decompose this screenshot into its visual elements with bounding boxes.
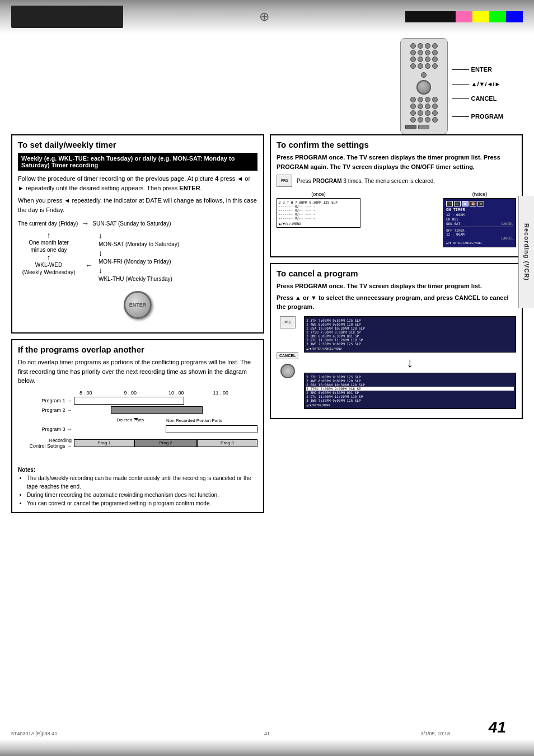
- deleted-parts-label: Deleted Parts: [117, 417, 144, 422]
- confirm-settings-box: To confirm the settings Press PROGRAM on…: [270, 134, 523, 257]
- mon-sat-label: MON-SAT (Monday to Saturday): [99, 241, 179, 247]
- program3-bar: Non Recorded Portion Parts: [74, 425, 257, 433]
- color-black2: [422, 11, 439, 22]
- overlap-section-box: If the programs overlap another Do not o…: [11, 339, 264, 513]
- prog3-bar-fill: Non Recorded Portion Parts: [166, 425, 257, 433]
- enter-button-icon: ENTER: [124, 291, 152, 319]
- non-recorded-label: Non Recorded Portion Parts: [166, 418, 222, 423]
- set-daily-weekly-text2: When you press ◄ repeatedly, the indicat…: [18, 196, 257, 214]
- cancel-label-row: CANCEL: [452, 95, 503, 102]
- remote-btn: [418, 104, 423, 109]
- prog2-bar-fill: Deleted Parts: [111, 406, 203, 414]
- remote-labels: ENTER ▲/▼/◄/► CANCEL PROGRAM: [452, 38, 503, 120]
- remote-btn: [432, 117, 438, 123]
- screen2-sunsat: SUN-SAT: [446, 222, 460, 226]
- confirm-text2: Press PROGRAM 3 times. The menu screen i…: [297, 178, 435, 184]
- remote-wide-btn: [418, 125, 429, 129]
- once-label: (once): [311, 191, 326, 197]
- deleted-arrow: [134, 418, 138, 420]
- once-screen-mockup: 2 3 T H 7:00PM 9:30PM 125 SLP ------- 0/…: [277, 198, 360, 228]
- cs2-row5: 2 8MO 6:00PM 6:30PM 001 SP: [306, 391, 514, 395]
- remote-btn: [421, 72, 427, 78]
- prog3-spacer: [74, 425, 166, 433]
- remote-btn: [425, 117, 430, 123]
- overlap-text: Do not overlap timer programs as portion…: [18, 358, 257, 386]
- remote-enter-btn: [416, 80, 431, 95]
- cs1-row7: 3 1WE 7:30PM 9:00PM 125 SLP: [306, 342, 514, 346]
- screen1-nav: ▲/▼/►/◄MENU: [279, 222, 358, 226]
- set-daily-weekly-subtitle: Weekly (e.g. WKL-TUE: each Tuesday) or d…: [18, 153, 257, 171]
- remote-btn: [410, 50, 416, 55]
- remote-btn: [410, 43, 416, 49]
- cs2-row1: 2 3TH 7:00PM 9:30PM 125 SLP: [306, 375, 514, 379]
- remote-btn: [432, 104, 438, 109]
- screen1-line3: ------- 0/-- --- -: [279, 208, 358, 212]
- prog2-spacer: [74, 406, 111, 414]
- prog3-section: Prog.3: [197, 439, 257, 447]
- notes-title: Notes:: [18, 466, 257, 474]
- sun-sat-label: SUN-SAT (Sunday to Saturday): [92, 220, 171, 227]
- footer-right: 3/1/05, 10:18: [420, 731, 450, 736]
- cancel-left-controls: PRG CANCEL: [277, 316, 298, 378]
- enter-label-row: ENTER: [452, 66, 503, 73]
- screen2-time: 12 : 00AM: [446, 213, 513, 217]
- prog3-section-label: Prog.3: [221, 440, 234, 445]
- prog1-section-label: Prog.1: [97, 440, 111, 445]
- wkl-thu-label: WKL-THU (Weekly Thursday): [99, 276, 172, 282]
- cancel-button-icon: [280, 364, 295, 378]
- cs1-row6: 2 9TU 11:00PM 11:20PM 110 SP: [306, 338, 514, 342]
- remote-btn: [425, 63, 430, 69]
- cs2-row2: 2 4WE 8:00PM 9:00PM 120 SLP: [306, 379, 514, 383]
- color-black: [405, 11, 422, 22]
- recording-label: RecordingControl Settings →: [18, 438, 74, 449]
- remote-btn: [418, 50, 423, 55]
- remote-btn: [410, 104, 416, 109]
- wkl-wed-label: WKL-WED (Weekly Wednesday): [22, 261, 76, 276]
- down-arrow: ↓: [407, 356, 414, 369]
- cancel-title: To cancel a program: [277, 269, 516, 278]
- cancel-label: CANCEL: [471, 95, 497, 102]
- cancel-screen2: 2 3TH 7:00PM 9:30PM 125 SLP 2 4WE 8:00PM…: [304, 373, 516, 409]
- screen2-ch: CH 001: [446, 217, 458, 221]
- top-bar-center: ⊕: [123, 10, 405, 24]
- label-line: [452, 69, 469, 70]
- remote-btn: [418, 43, 423, 49]
- recording-bar: Prog.1 Prog.2 Prog.3: [74, 439, 257, 447]
- cancel-text1: Press PROGRAM once. The TV screen displa…: [277, 281, 516, 291]
- twice-screen: (twice) ⏎ 📺 ■ 📅 ⊞ ON TIMER 12 : 00AM: [443, 191, 516, 247]
- confirm-text1: Press PROGRAM once. The TV screen displa…: [277, 153, 516, 171]
- cancel-program-box: To cancel a program Press PROGRAM once. …: [270, 263, 523, 419]
- cancel-screen2-nav: ▲/▼/ENTER/MENU: [306, 403, 514, 407]
- screen1-line1: 2 3 T H 7:00PM 9:30PM 125 SLP: [279, 200, 358, 204]
- remote-btn: [418, 57, 423, 62]
- remote-btn: [418, 110, 423, 116]
- current-day-label: The current day (Friday): [18, 220, 78, 227]
- prog1-section: Prog.1: [74, 439, 134, 447]
- overlap-title: If the programs overlap another: [18, 345, 257, 354]
- remote-btn: [410, 97, 416, 102]
- screen2-time2: 12 : 00AM: [446, 232, 513, 236]
- program3-row: Program 3 → Non Recorded Portion Parts: [18, 425, 257, 433]
- program2-row: Program 2 → Deleted Parts: [18, 406, 257, 414]
- program2-bar: Deleted Parts: [74, 406, 257, 414]
- label-line: [452, 98, 469, 99]
- program2-label: Program 2 →: [18, 407, 74, 413]
- remote-wide-btn: [405, 125, 416, 129]
- color-blue: [506, 11, 523, 22]
- recording-row: RecordingControl Settings → Prog.1 Prog.…: [18, 438, 257, 449]
- label-line: [452, 116, 469, 117]
- cs1-row4: 2 7TSU 7:00PM 9:00PM 018 SP: [306, 330, 514, 334]
- remote-btn: [432, 110, 438, 116]
- remote-btn: [425, 57, 430, 62]
- nav-label: ▲/▼/◄/►: [471, 81, 501, 87]
- footer-center: 41: [264, 731, 270, 736]
- remote-btn: [432, 63, 438, 69]
- remote-btn: [410, 117, 416, 123]
- remote-btn: [432, 43, 438, 49]
- note-1: The daily/weekly recording can be made c…: [27, 474, 257, 491]
- remote-btn: [425, 50, 430, 55]
- cancel-screen1: 2 3TH 7:00PM 9:30PM 125 SLP 2 4WE 8:00PM…: [304, 316, 516, 353]
- remote-diagram-area: ENTER ▲/▼/◄/► CANCEL PROGRAM: [0, 38, 503, 134]
- set-daily-weekly-text1: Follow the procedure of timer recording …: [18, 174, 257, 192]
- program1-label: Program 1 →: [18, 398, 74, 403]
